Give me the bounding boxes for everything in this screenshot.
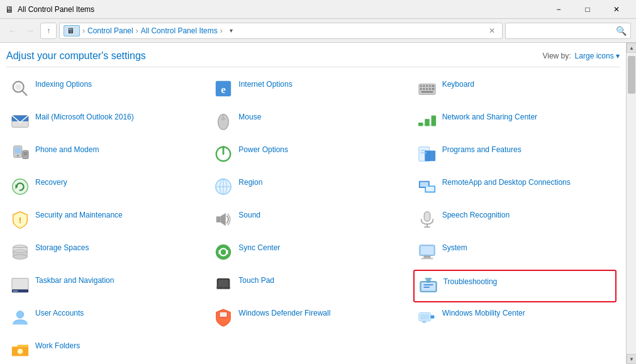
icon-item-power-options[interactable]: Power Options <box>209 139 413 172</box>
recovery-label: Recovery <box>35 177 67 188</box>
phone-modem-icon <box>10 144 30 164</box>
icon-item-speech-recognition[interactable]: Speech Recognition <box>413 204 616 237</box>
touch-pad-icon <box>213 275 233 295</box>
title-bar: 🖥 All Control Panel Items − □ ✕ <box>0 0 636 19</box>
power-options-label: Power Options <box>238 144 288 155</box>
svg-rect-68 <box>13 290 18 291</box>
close-button[interactable]: ✕ <box>602 0 631 19</box>
network-sharing-label: Network and Sharing Center <box>442 111 537 123</box>
scroll-down-button[interactable]: ▼ <box>627 354 636 364</box>
svg-rect-72 <box>223 287 230 289</box>
speech-recognition-icon <box>417 209 437 229</box>
icon-item-security-maintenance[interactable]: !Security and Maintenance <box>6 204 209 237</box>
breadcrumb-all-items[interactable]: All Control Panel Items <box>141 26 218 35</box>
phone-modem-label: Phone and Modem <box>35 144 99 155</box>
security-maintenance-label: Security and Maintenance <box>35 209 123 221</box>
svg-rect-83 <box>420 314 429 319</box>
icon-item-work-folders[interactable]: Work Folders <box>6 335 209 364</box>
internet-options-label: Internet Options <box>238 79 292 90</box>
icon-item-taskbar-navigation[interactable]: Taskbar and Navigation <box>6 270 209 302</box>
svg-rect-71 <box>217 287 223 289</box>
title-bar-icon: 🖥 <box>5 4 14 14</box>
icon-item-mouse[interactable]: Mouse <box>209 106 413 139</box>
keyboard-label: Keyboard <box>442 79 474 90</box>
svg-text:!: ! <box>19 216 21 225</box>
svg-text:e: e <box>221 84 226 96</box>
windows-mobility-icon <box>417 307 437 328</box>
recovery-icon <box>10 177 30 197</box>
icon-item-indexing-options[interactable]: Indexing Options <box>6 74 209 106</box>
icon-item-remoteapp[interactable]: RemoteApp and Desktop Connections <box>413 172 616 204</box>
icon-item-storage-spaces[interactable]: Storage Spaces <box>6 237 209 270</box>
indexing-options-icon <box>10 79 30 99</box>
scroll-up-button[interactable]: ▲ <box>627 43 636 53</box>
svg-rect-14 <box>428 88 430 90</box>
up-button[interactable]: ↑ <box>40 23 57 39</box>
system-icon <box>417 242 437 262</box>
svg-rect-10 <box>432 85 434 87</box>
breadcrumb-home[interactable]: 🖥 <box>64 25 80 36</box>
troubleshooting-icon <box>418 276 438 296</box>
view-by-value[interactable]: Large icons ▾ <box>575 52 620 60</box>
icon-item-network-sharing[interactable]: Network and Sharing Center <box>413 106 616 139</box>
svg-rect-15 <box>432 88 434 90</box>
svg-rect-35 <box>425 150 435 161</box>
sync-center-label: Sync Center <box>238 242 280 253</box>
work-folders-label: Work Folders <box>35 340 80 351</box>
minimize-button[interactable]: − <box>544 0 573 19</box>
svg-marker-78 <box>425 278 432 282</box>
icon-item-user-accounts[interactable]: User Accounts <box>6 302 209 335</box>
svg-rect-47 <box>426 187 434 192</box>
svg-line-1 <box>22 91 26 95</box>
breadcrumb-box: 🖥 › Control Panel › All Control Panel It… <box>59 23 503 39</box>
back-button[interactable]: ← <box>5 23 20 38</box>
svg-rect-63 <box>420 246 433 255</box>
maximize-button[interactable]: □ <box>573 0 602 19</box>
breadcrumb-control-panel[interactable]: Control Panel <box>87 26 133 35</box>
icon-item-windows-mobility[interactable]: Windows Mobility Center <box>413 302 616 335</box>
icon-item-recovery[interactable]: Recovery <box>6 172 209 204</box>
internet-options-icon: e <box>213 79 233 99</box>
icons-grid: Indexing OptionseInternet OptionsKeyboar… <box>6 74 620 364</box>
troubleshooting-label: Troubleshooting <box>444 276 498 287</box>
svg-point-2 <box>16 84 21 90</box>
scroll-thumb[interactable] <box>628 56 635 94</box>
icon-item-sound[interactable]: Sound <box>209 204 413 237</box>
svg-rect-12 <box>423 88 425 90</box>
programs-features-icon <box>417 144 437 164</box>
svg-point-58 <box>13 255 28 260</box>
scrollbar: ▲ ▼ <box>626 43 636 364</box>
svg-rect-13 <box>426 88 428 90</box>
svg-rect-76 <box>423 287 429 288</box>
icon-item-phone-modem[interactable]: Phone and Modem <box>6 139 209 172</box>
breadcrumb-dropdown-button[interactable]: ▾ <box>225 23 238 39</box>
svg-rect-28 <box>15 148 21 153</box>
breadcrumb-close-button[interactable]: ✕ <box>486 25 498 37</box>
search-box: 🔍 <box>505 23 631 39</box>
svg-point-27 <box>17 155 19 157</box>
page-title: Adjust your computer's settings <box>6 50 146 62</box>
svg-rect-64 <box>423 256 430 258</box>
icon-item-region[interactable]: Region <box>209 172 413 204</box>
icon-item-internet-options[interactable]: eInternet Options <box>209 74 413 106</box>
svg-rect-86 <box>422 321 426 323</box>
windows-defender-icon <box>213 307 233 328</box>
icon-item-mail[interactable]: Mail (Microsoft Outlook 2016) <box>6 106 209 139</box>
region-label: Region <box>238 177 262 188</box>
search-input[interactable] <box>510 26 616 35</box>
speech-recognition-label: Speech Recognition <box>442 209 510 221</box>
icon-item-troubleshooting[interactable]: Troubleshooting <box>413 270 616 302</box>
security-maintenance-icon: ! <box>10 209 30 229</box>
svg-rect-46 <box>420 182 428 187</box>
icon-item-keyboard[interactable]: Keyboard <box>413 74 616 106</box>
icon-item-programs-features[interactable]: Programs and Features <box>413 139 616 172</box>
mouse-icon <box>213 111 233 131</box>
svg-marker-50 <box>221 213 226 226</box>
forward-button[interactable]: → <box>23 23 38 38</box>
icon-item-windows-defender[interactable]: Windows Defender Firewall <box>209 302 413 335</box>
icon-item-touch-pad[interactable]: Touch Pad <box>209 270 413 302</box>
icon-item-system[interactable]: System <box>413 237 616 270</box>
scroll-track <box>627 53 636 354</box>
icon-item-sync-center[interactable]: Sync Center <box>209 237 413 270</box>
svg-rect-18 <box>12 116 28 121</box>
